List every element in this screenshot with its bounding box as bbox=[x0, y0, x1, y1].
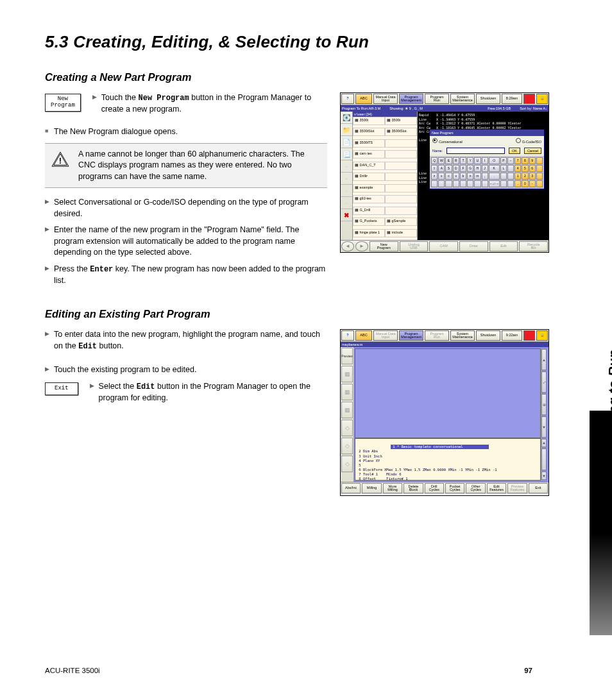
file-item[interactable]: ▦ include bbox=[385, 229, 417, 237]
file-item[interactable] bbox=[385, 162, 417, 170]
key[interactable]: P bbox=[500, 157, 507, 164]
key[interactable]: 6 bbox=[529, 165, 536, 172]
abc-button[interactable]: ABC bbox=[355, 330, 372, 341]
softkey[interactable]: Delete Block bbox=[404, 483, 423, 493]
key[interactable] bbox=[507, 173, 514, 180]
key[interactable]: v bbox=[453, 173, 459, 180]
key[interactable]: E bbox=[445, 157, 452, 164]
file-item[interactable]: ▦ G_Drill bbox=[353, 207, 385, 215]
softkey[interactable]: More Milling bbox=[383, 483, 402, 493]
key[interactable]: Q bbox=[431, 157, 438, 164]
softkey[interactable]: Abs/Inc bbox=[341, 483, 361, 493]
key[interactable]: U bbox=[474, 157, 480, 164]
name-input[interactable] bbox=[446, 148, 505, 154]
file-item[interactable] bbox=[385, 207, 417, 215]
key[interactable]: H bbox=[474, 165, 480, 172]
key[interactable]: ⇧ bbox=[431, 165, 438, 172]
file-item[interactable]: ▦ 3500i bbox=[385, 117, 417, 125]
key[interactable]: W bbox=[438, 157, 445, 164]
key[interactable]: 9 bbox=[529, 157, 536, 164]
disk-icon[interactable]: 💽 bbox=[341, 112, 352, 124]
file-item[interactable] bbox=[385, 184, 417, 192]
key[interactable] bbox=[445, 180, 452, 187]
key[interactable]: A bbox=[438, 165, 445, 172]
key[interactable] bbox=[467, 180, 473, 187]
softkey[interactable]: Preview Features bbox=[507, 483, 527, 493]
file-item[interactable] bbox=[385, 173, 417, 181]
key[interactable]: z bbox=[431, 173, 438, 180]
key[interactable]: x bbox=[438, 173, 445, 180]
key[interactable] bbox=[474, 180, 480, 187]
key[interactable]: - bbox=[529, 180, 536, 187]
key[interactable]: F bbox=[460, 165, 466, 172]
preview-button[interactable]: Preview bbox=[341, 348, 353, 364]
file-item[interactable]: ▦ gSample bbox=[385, 218, 417, 226]
key[interactable]: . bbox=[514, 180, 521, 187]
key[interactable]: c bbox=[445, 173, 452, 180]
file-item[interactable]: ▦ G_Pockets bbox=[353, 218, 385, 226]
key[interactable]: 2 bbox=[522, 173, 528, 180]
softkey[interactable]: Exit bbox=[529, 483, 548, 493]
key[interactable] bbox=[507, 165, 514, 172]
softkey[interactable]: Pocket Cycles bbox=[445, 483, 464, 493]
help-button[interactable]: ? bbox=[341, 94, 354, 104]
preview-canvas[interactable] bbox=[355, 348, 541, 438]
blank-icon[interactable]: ▫ bbox=[341, 160, 352, 173]
softkey[interactable]: Draw bbox=[459, 241, 488, 252]
page-icon[interactable]: 📃 bbox=[341, 148, 352, 160]
keyboard[interactable]: QWERTYUIOP←789⇧ASDFGHJKL456zxcvbnm,.123←… bbox=[430, 156, 544, 189]
canvas-scroll[interactable]: ▲⤢⊕▼ bbox=[541, 348, 547, 438]
file-item[interactable] bbox=[385, 139, 417, 148]
help-button[interactable]: ? bbox=[341, 330, 354, 341]
softkey[interactable]: New Program bbox=[370, 241, 398, 252]
file-item[interactable]: ▦ 3500i bbox=[353, 117, 385, 125]
file-item[interactable] bbox=[385, 150, 417, 158]
file-item[interactable]: ▦ cam tes bbox=[353, 150, 385, 158]
file-item[interactable]: ▦ hinge plate 1 bbox=[353, 229, 385, 237]
file-item[interactable]: ▦ g92-tes bbox=[353, 195, 385, 203]
key[interactable] bbox=[500, 180, 507, 187]
key[interactable]: b bbox=[460, 173, 466, 180]
key[interactable] bbox=[536, 173, 543, 180]
code-scroll[interactable]: ▲▼ bbox=[541, 438, 547, 481]
next-arrow[interactable]: ► bbox=[355, 241, 368, 252]
key[interactable]: R bbox=[453, 157, 459, 164]
program-run-button[interactable]: Program Run bbox=[425, 94, 449, 104]
blank-icon[interactable]: ▫ bbox=[341, 173, 352, 185]
tool-icon[interactable]: ▦ bbox=[341, 402, 353, 418]
key[interactable]: T bbox=[460, 157, 466, 164]
cancel-button[interactable]: Cancel bbox=[524, 148, 541, 154]
key[interactable] bbox=[438, 180, 445, 187]
key[interactable] bbox=[536, 165, 543, 172]
key[interactable]: Y bbox=[467, 157, 473, 164]
key[interactable] bbox=[536, 180, 543, 187]
system-maintenance-button[interactable]: System Maintenance bbox=[450, 330, 475, 341]
file-item[interactable] bbox=[385, 195, 417, 203]
tool-icon[interactable]: ◇ bbox=[341, 438, 353, 454]
key[interactable]: L bbox=[500, 165, 507, 172]
tool-icon[interactable]: ▦ bbox=[341, 366, 353, 382]
key[interactable]: , bbox=[482, 173, 488, 180]
key[interactable] bbox=[460, 180, 466, 187]
tool-icon[interactable]: ▦ bbox=[341, 384, 353, 400]
key[interactable]: I bbox=[482, 157, 488, 164]
mdi-button[interactable]: Manual Data Input bbox=[373, 330, 398, 341]
document-icon[interactable]: 📄 bbox=[341, 136, 352, 148]
softkey[interactable]: Recycle Bin bbox=[519, 241, 548, 252]
key[interactable]: 1 bbox=[514, 173, 521, 180]
code-editor[interactable]: 1 * Basic template conversational 2 Dim … bbox=[355, 438, 541, 481]
key[interactable]: O bbox=[489, 157, 500, 164]
key[interactable]: D bbox=[453, 165, 459, 172]
softkey[interactable]: Edit Features bbox=[487, 483, 506, 493]
conversational-radio[interactable]: Conversational bbox=[432, 138, 463, 144]
file-item[interactable]: ▦ 3500iTS bbox=[353, 139, 385, 148]
softkey[interactable]: Unplug USB bbox=[400, 241, 429, 252]
key[interactable]: 3 bbox=[529, 173, 536, 180]
shutdown-button[interactable]: Shutdown bbox=[476, 330, 500, 341]
key[interactable]: . bbox=[489, 173, 500, 180]
key[interactable]: 5 bbox=[522, 165, 528, 172]
blank-icon[interactable]: ▫ bbox=[341, 185, 352, 197]
key[interactable]: ← bbox=[507, 157, 514, 164]
key[interactable] bbox=[500, 173, 507, 180]
key[interactable]: ←↓↑→ bbox=[489, 180, 500, 187]
